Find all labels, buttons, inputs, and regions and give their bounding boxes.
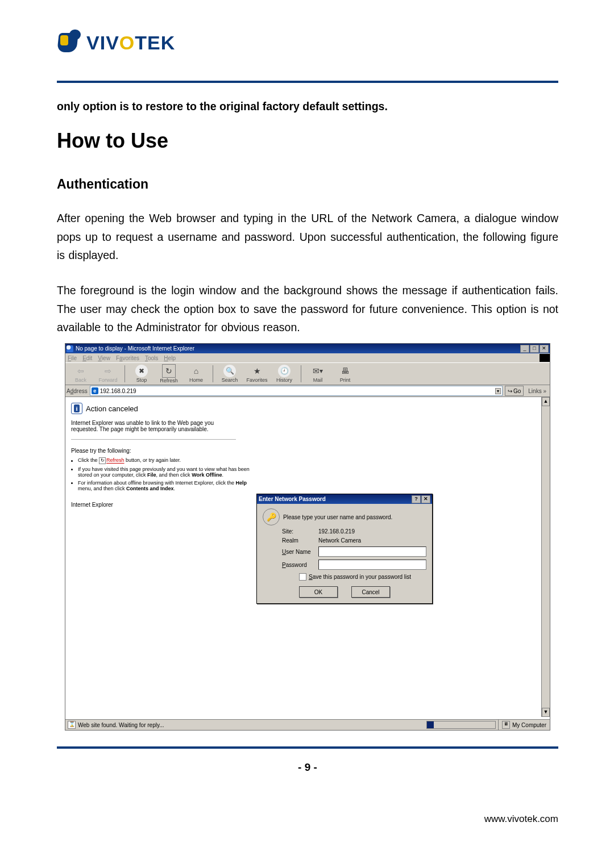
- favorites-button[interactable]: ★Favorites: [245, 365, 269, 383]
- security-zone: 🖥 My Computer: [498, 720, 550, 730]
- menu-edit[interactable]: Edit: [82, 355, 92, 361]
- address-value: 192.168.0.219: [100, 388, 493, 394]
- cancel-button[interactable]: Cancel: [351, 586, 390, 598]
- menu-favorites[interactable]: Favorites: [116, 355, 139, 361]
- menu-file[interactable]: File: [68, 355, 77, 361]
- divider: [71, 439, 236, 440]
- search-button[interactable]: 🔍Search: [218, 365, 242, 383]
- print-button[interactable]: 🖶Print: [333, 365, 357, 383]
- save-password-label: Save this password in your password list: [309, 574, 411, 580]
- tip-refresh: Click the ↻Refresh button, or try again …: [78, 457, 260, 464]
- back-button[interactable]: ⇦Back: [69, 365, 93, 383]
- address-bar: Address e 192.168.0.219 ▾ ↪Go Links »: [65, 385, 550, 397]
- forward-button[interactable]: ⇨Forward: [96, 365, 120, 383]
- home-button[interactable]: ⌂Home: [184, 365, 208, 383]
- auth-dialog: Enter Network Password ? ✕ 🔑 Please type…: [256, 494, 433, 604]
- menu-view[interactable]: View: [98, 355, 110, 361]
- progress-bar: [426, 721, 496, 729]
- close-button[interactable]: ✕: [540, 345, 549, 353]
- go-button[interactable]: ↪Go: [505, 386, 524, 396]
- computer-icon: 🖥: [502, 721, 510, 729]
- brand-logo: VIVOTEK: [57, 30, 558, 56]
- refresh-link[interactable]: Refresh: [106, 458, 125, 464]
- logo-mark: [57, 30, 83, 56]
- window-titlebar: No page to display - Microsoft Internet …: [65, 344, 550, 353]
- dialog-titlebar: Enter Network Password ? ✕: [257, 494, 432, 504]
- address-label: Address: [67, 388, 88, 394]
- username-input[interactable]: [318, 546, 426, 557]
- ie-brand-box: [540, 354, 550, 362]
- info-icon: i: [71, 403, 82, 414]
- stop-button[interactable]: ✖Stop: [130, 365, 154, 383]
- password-label: Password: [282, 562, 315, 568]
- tip-offline-file: If you have visited this page previously…: [78, 466, 260, 478]
- menu-help[interactable]: Help: [164, 355, 176, 361]
- dialog-close-button[interactable]: ✕: [421, 495, 430, 503]
- heading-how-to-use: How to Use: [57, 129, 558, 153]
- realm-label: Realm: [282, 537, 315, 544]
- vertical-scrollbar[interactable]: ▲ ▼: [541, 397, 550, 717]
- status-text: Web site found. Waiting for reply...: [78, 722, 164, 728]
- site-value: 192.168.0.219: [318, 528, 355, 535]
- realm-value: Network Camera: [318, 537, 361, 544]
- try-heading: Please try the following:: [71, 448, 131, 454]
- heading-authentication: Authentication: [57, 177, 558, 192]
- mail-button[interactable]: ✉▾Mail: [306, 365, 330, 383]
- password-input[interactable]: [318, 560, 426, 570]
- status-bar: ⌛ Web site found. Waiting for reply... 🖥…: [65, 719, 550, 730]
- paragraph-1: After opening the Web browser and typing…: [57, 209, 558, 264]
- address-input[interactable]: e 192.168.0.219 ▾: [90, 386, 503, 396]
- dialog-message: Please type your user name and password.: [283, 514, 392, 520]
- tip-refresh-icon: ↻: [99, 457, 106, 464]
- paragraph-2: The foreground is the login window and t…: [57, 281, 558, 336]
- window-title: No page to display - Microsoft Internet …: [76, 345, 194, 352]
- links-label[interactable]: Links »: [526, 388, 549, 394]
- logo-text: VIVOTEK: [86, 33, 175, 52]
- ie-icon: [67, 345, 73, 352]
- site-label: Site:: [282, 528, 315, 535]
- history-button[interactable]: 🕘History: [272, 365, 296, 383]
- keys-icon: 🔑: [263, 508, 280, 525]
- hourglass-icon: ⌛: [68, 721, 76, 729]
- username-label: User Name: [282, 549, 315, 555]
- minimize-button[interactable]: _: [520, 345, 529, 353]
- ie-page-icon: e: [92, 387, 98, 394]
- ie-window: No page to display - Microsoft Internet …: [65, 343, 550, 731]
- error-heading: Action canceled: [86, 404, 138, 413]
- scroll-up-icon[interactable]: ▲: [542, 397, 550, 406]
- dialog-title: Enter Network Password: [259, 496, 326, 502]
- menu-tools[interactable]: Tools: [145, 355, 158, 361]
- bottom-rule: [57, 746, 558, 749]
- maximize-button[interactable]: □: [530, 345, 539, 353]
- footer-url: www.vivotek.com: [484, 813, 558, 825]
- dialog-help-button[interactable]: ?: [412, 495, 421, 503]
- tip-help: For information about offline browsing w…: [78, 480, 260, 491]
- ok-button[interactable]: OK: [299, 586, 338, 598]
- save-password-checkbox[interactable]: [299, 573, 306, 581]
- error-description: Internet Explorer was unable to link to …: [71, 420, 236, 432]
- address-dropdown-icon[interactable]: ▾: [495, 388, 501, 394]
- lead-sentence: only option is to restore to the origina…: [57, 98, 558, 115]
- scroll-down-icon[interactable]: ▼: [542, 708, 550, 717]
- toolbar: ⇦Back ⇨Forward ✖Stop ↻Refresh ⌂Home 🔍Sea…: [65, 362, 550, 385]
- page-number: - 9 -: [57, 761, 558, 774]
- menu-bar: File Edit View Favorites Tools Help: [65, 353, 550, 362]
- refresh-button[interactable]: ↻Refresh: [157, 364, 181, 383]
